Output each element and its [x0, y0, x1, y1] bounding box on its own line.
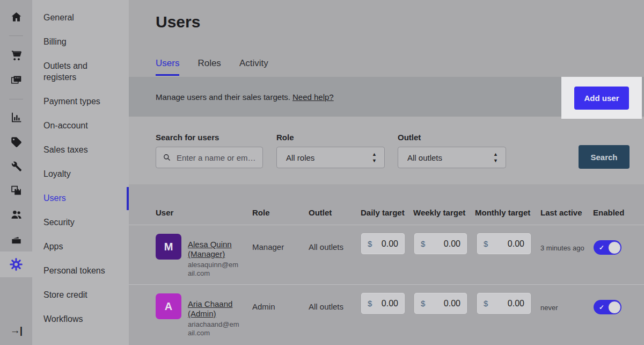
divider: [9, 99, 23, 99]
col-header-weekly-target: Weekly target: [413, 208, 465, 217]
last-active: never: [540, 304, 558, 312]
search-icon: [163, 153, 171, 162]
col-header-user: User: [156, 208, 173, 217]
inventory-boxes-icon[interactable]: [0, 183, 32, 198]
toggle-knob: [608, 301, 621, 314]
sell-cart-icon[interactable]: [0, 48, 32, 63]
products-tag-icon[interactable]: [0, 134, 32, 149]
setup-wrench-icon[interactable]: [0, 159, 32, 174]
check-icon: ✓: [599, 243, 604, 251]
monthly-target-input[interactable]: $0.00: [477, 233, 531, 254]
settings-active-cell: [0, 251, 32, 277]
sidebar-item-billing[interactable]: Billing: [32, 30, 129, 54]
col-header-last-active: Last active: [540, 208, 582, 217]
outlet-select[interactable]: All outlets ▲▼: [398, 147, 506, 168]
sidebar-item-general[interactable]: General: [32, 5, 129, 30]
daily-target-input[interactable]: $0.00: [361, 293, 405, 314]
app-root: →| General Billing Outlets and registers…: [0, 0, 644, 345]
settings-gear-icon[interactable]: [9, 257, 23, 271]
weekly-target-value: 0.00: [444, 299, 460, 308]
monthly-target-value: 0.00: [508, 239, 524, 249]
currency-symbol: $: [368, 239, 372, 248]
customers-people-icon[interactable]: [0, 207, 32, 222]
table-row: A Aria Chaand (Admin) ariachaand@email.c…: [129, 284, 644, 345]
banner-text: Manage users and their sales targets.Nee…: [156, 92, 334, 102]
user-name-link[interactable]: Aria Chaand (Admin): [188, 299, 251, 319]
avatar: M: [156, 234, 181, 260]
currency-symbol: $: [421, 239, 425, 248]
table-row: M Alesa Quinn (Manager) alesaquinn@email…: [129, 225, 644, 284]
search-button[interactable]: Search: [579, 145, 630, 169]
tab-activity[interactable]: Activity: [239, 58, 268, 76]
user-email: ariachaand@email.com: [188, 320, 241, 337]
need-help-link[interactable]: Need help?: [292, 92, 334, 102]
weekly-target-input[interactable]: $0.00: [414, 293, 467, 314]
daily-target-input[interactable]: $0.00: [361, 233, 405, 254]
search-input[interactable]: [156, 147, 263, 168]
collapse-sidebar-icon[interactable]: →|: [0, 323, 32, 338]
sidebar-item-workflows[interactable]: Workflows: [32, 307, 129, 331]
enabled-toggle[interactable]: ✓: [594, 240, 621, 255]
till-icon[interactable]: [0, 232, 32, 247]
outlet-label: Outlet: [398, 133, 506, 142]
user-cell: Aria Chaand (Admin) ariachaand@email.com: [188, 299, 251, 337]
sidebar-item-apps[interactable]: Apps: [32, 234, 129, 258]
outlet-filter-group: Outlet All outlets ▲▼: [398, 133, 506, 168]
user-name-link[interactable]: Alesa Quinn (Manager): [188, 240, 251, 259]
role-label: Role: [276, 133, 385, 142]
user-outlet: All outlets: [309, 302, 343, 311]
sidebar-item-personal-tokens[interactable]: Personal tokens: [32, 258, 129, 283]
toggle-knob: [608, 241, 621, 254]
col-header-role: Role: [252, 208, 270, 217]
divider: [9, 35, 23, 36]
search-users-label: Search for users: [156, 133, 263, 142]
weekly-target-input[interactable]: $0.00: [414, 233, 467, 254]
daily-target-value: 0.00: [382, 299, 398, 308]
user-cell: Alesa Quinn (Manager) alesaquinn@email.c…: [188, 240, 251, 277]
tab-roles[interactable]: Roles: [197, 58, 221, 76]
settings-menu-sidebar: General Billing Outlets and registers Pa…: [32, 0, 129, 345]
sidebar-item-security[interactable]: Security: [32, 210, 129, 234]
enabled-toggle[interactable]: ✓: [594, 300, 621, 314]
role-select[interactable]: All roles ▲▼: [276, 147, 385, 168]
currency-symbol: $: [484, 299, 488, 308]
users-table: User Role Outlet Daily target Weekly tar…: [129, 184, 644, 345]
sidebar-item-payment-types[interactable]: Payment types: [32, 89, 129, 113]
outlet-select-value: All outlets: [407, 153, 442, 162]
page-title: Users: [156, 13, 200, 31]
collapse-arrow-glyph: →|: [10, 325, 22, 336]
sidebar-item-users[interactable]: Users: [32, 186, 129, 210]
weekly-target-value: 0.00: [444, 239, 460, 249]
reporting-chart-icon[interactable]: [0, 110, 32, 125]
filters-section: Search for users Role All roles ▲▼ Outle…: [129, 117, 644, 184]
col-header-enabled: Enabled: [593, 208, 624, 217]
col-header-daily-target: Daily target: [361, 208, 405, 217]
user-outlet: All outlets: [309, 242, 343, 251]
sidebar-item-store-credit[interactable]: Store credit: [32, 283, 129, 307]
user-role: Manager: [252, 242, 284, 251]
avatar-initial: M: [164, 241, 173, 253]
tab-users[interactable]: Users: [156, 58, 179, 76]
sidebar-item-sales-taxes[interactable]: Sales taxes: [32, 138, 129, 162]
add-user-button[interactable]: Add user: [574, 87, 629, 110]
role-filter-group: Role All roles ▲▼: [276, 133, 385, 168]
monthly-target-input[interactable]: $0.00: [477, 293, 531, 314]
banner-message: Manage users and their sales targets.: [156, 92, 290, 102]
register-icon[interactable]: [0, 72, 32, 87]
icon-sidebar: →|: [0, 0, 32, 345]
sidebar-item-on-account[interactable]: On-account: [32, 113, 129, 138]
col-header-monthly-target: Monthly target: [475, 208, 530, 217]
sidebar-item-loyalty[interactable]: Loyalty: [32, 162, 129, 186]
home-icon[interactable]: [0, 9, 32, 24]
avatar-initial: A: [165, 300, 172, 313]
page-header: Users Users Roles Activity: [129, 0, 644, 77]
user-email: alesaquinn@email.com: [188, 261, 241, 277]
add-user-spotlight: Add user: [561, 77, 642, 119]
role-select-value: All roles: [286, 153, 314, 162]
check-icon: ✓: [599, 303, 604, 311]
last-active: 3 minutes ago: [540, 244, 584, 252]
search-users-group: Search for users: [156, 133, 263, 168]
currency-symbol: $: [368, 299, 372, 308]
sidebar-item-outlets-and-registers[interactable]: Outlets and registers: [32, 54, 129, 89]
currency-symbol: $: [484, 239, 488, 248]
